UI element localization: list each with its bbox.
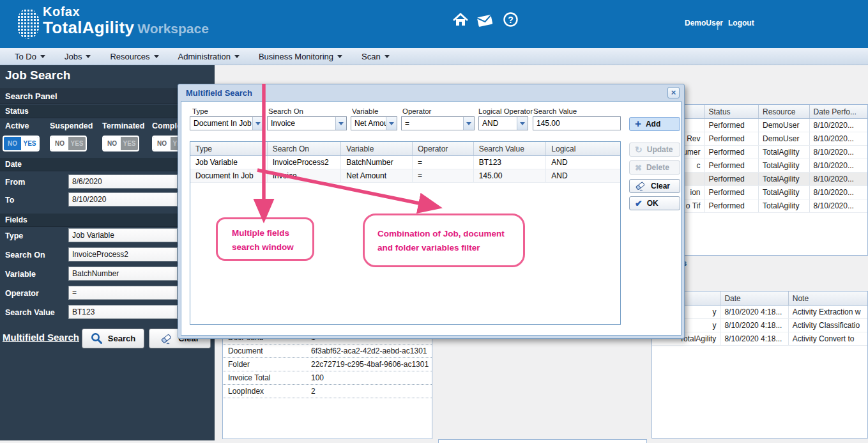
toggle-active[interactable]: NO YES xyxy=(3,136,40,152)
plus-icon: + xyxy=(635,120,641,128)
header-divider: | xyxy=(717,21,719,30)
mail-icon[interactable] xyxy=(475,13,494,28)
operator-select[interactable]: = xyxy=(401,116,475,130)
chevron-down-icon xyxy=(86,55,91,58)
chevron-down-icon[interactable] xyxy=(517,117,528,130)
chevron-down-icon xyxy=(40,55,45,58)
kofax-logo-icon xyxy=(17,8,40,39)
app-window: Kofax TotalAgilityWorkspace ? DemoUser |… xyxy=(0,0,868,443)
toggle-terminated[interactable]: NO YES xyxy=(102,136,139,152)
chevron-down-icon xyxy=(337,55,342,58)
search-value-input[interactable]: BT123 xyxy=(68,305,178,319)
table-row[interactable]: Document In Job Invoice Net Amount = 145… xyxy=(190,169,620,183)
search-value-label: Search Value xyxy=(533,107,577,115)
table-row-selected[interactable]: Performed TotalAgility 8/10/2020... xyxy=(653,173,867,186)
menu-item-todo[interactable]: To Do xyxy=(5,48,55,65)
annotation-callout-combination: Combination of Job, document and folder … xyxy=(363,214,525,267)
status-label-terminated: Terminated xyxy=(102,121,144,130)
type-label: Type xyxy=(5,231,23,240)
table-row[interactable]: LoopIndex 2 xyxy=(223,385,432,398)
to-label: To xyxy=(5,196,14,205)
table-row[interactable]: Invoice Total 100 xyxy=(223,371,432,385)
to-date-input[interactable]: 8/10/2020 xyxy=(68,192,178,206)
chevron-down-icon[interactable] xyxy=(252,117,263,130)
app-header: Kofax TotalAgilityWorkspace ? DemoUser |… xyxy=(0,0,868,48)
home-icon[interactable] xyxy=(452,12,469,28)
brand-totalagility: TotalAgility xyxy=(43,18,134,37)
table-row[interactable]: ion Performed TotalAgility 8/10/2020... xyxy=(653,186,867,199)
table-row[interactable]: Performed DemoUser 8/10/2020... xyxy=(653,119,867,132)
logical-operator-label: Logical Operator xyxy=(478,107,533,115)
chevron-down-icon[interactable] xyxy=(335,117,346,130)
menu-item-jobs[interactable]: Jobs xyxy=(55,48,100,65)
operator-label: Operator xyxy=(402,107,431,115)
table-row[interactable]: Job Variable InvoiceProcess2 BatchNumber… xyxy=(190,156,620,169)
operator-label: Operator xyxy=(5,289,39,298)
variable-select[interactable]: Net Amou xyxy=(351,116,397,130)
search-value-label: Search Value xyxy=(5,308,55,317)
menu-item-administration[interactable]: Administration xyxy=(169,48,249,65)
chevron-down-icon xyxy=(234,55,240,58)
close-icon[interactable]: × xyxy=(667,87,680,98)
annotation-callout-multifield: Multiple fields search window xyxy=(216,217,314,261)
search-button[interactable]: Search xyxy=(82,329,144,348)
chevron-down-icon[interactable] xyxy=(463,117,474,130)
delete-icon: ✖ xyxy=(635,163,642,173)
table-row[interactable]: Folder 22c72719-c295-4baf-9606-ac1301 xyxy=(223,358,432,371)
operator-input[interactable]: = xyxy=(68,286,178,300)
menu-item-scan[interactable]: Scan xyxy=(352,48,399,65)
table-row[interactable]: c Performed TotalAgility 8/10/2020... xyxy=(653,159,867,173)
refresh-icon: ↻ xyxy=(635,144,643,155)
clear-button[interactable]: Clear xyxy=(629,179,680,193)
eraser-icon xyxy=(635,180,646,192)
toggle-suspended[interactable]: NO YES xyxy=(50,136,87,152)
job-variables-table: DocFound 1 Document 6f3abf62-aca2-42d2-a… xyxy=(222,330,432,439)
eraser-icon xyxy=(160,332,173,345)
add-button[interactable]: + Add xyxy=(629,117,680,131)
table-row[interactable]: Document 6f3abf62-aca2-42d2-aebd-ac1301 xyxy=(223,345,432,358)
type-input[interactable]: Job Variable xyxy=(68,228,178,242)
chevron-down-icon[interactable] xyxy=(386,117,397,130)
delete-button[interactable]: ✖ Delete xyxy=(629,160,680,175)
brand-kofax: Kofax xyxy=(43,4,80,19)
search-on-label: Search On xyxy=(5,251,45,260)
help-icon[interactable]: ? xyxy=(503,12,519,27)
chevron-down-icon xyxy=(385,55,390,58)
check-icon: ✔ xyxy=(635,198,643,208)
variable-label: Variable xyxy=(5,270,36,279)
table-header-row: Type Search On Variable Operator Search … xyxy=(190,142,620,156)
variable-label: Variable xyxy=(352,107,378,115)
table-row[interactable]: umer Performed TotalAgility 8/10/2020... xyxy=(653,146,867,159)
search-value-input[interactable]: 145.00 xyxy=(533,116,621,130)
ok-button[interactable]: ✔ OK xyxy=(629,196,680,210)
chevron-down-icon xyxy=(154,55,159,58)
page-title: Job Search xyxy=(5,68,70,82)
search-on-input[interactable]: InvoiceProcess2 xyxy=(68,247,178,261)
logout-link[interactable]: Logout xyxy=(728,19,754,27)
document-variables-table: PurchaseOrderNumber PO000 SplitParameter… xyxy=(438,439,647,443)
search-on-label: Search On xyxy=(268,107,303,115)
table-header-row: Status Resource Date Perfo... xyxy=(653,105,867,119)
type-label: Type xyxy=(192,107,208,115)
brand-product: TotalAgilityWorkspace xyxy=(43,18,209,38)
dialog-title: Multifield Search xyxy=(186,88,252,98)
svg-text:?: ? xyxy=(508,15,514,25)
menu-item-resources[interactable]: Resources xyxy=(100,48,168,65)
brand-workspace: Workspace xyxy=(137,21,209,36)
type-select[interactable]: Document In Job xyxy=(190,116,264,130)
variable-input[interactable]: BatchNumber xyxy=(68,267,178,281)
table-row[interactable]: PurchaseOrderNumber PO000 xyxy=(439,440,646,443)
from-date-input[interactable]: 8/6/2020 xyxy=(68,175,178,189)
update-button[interactable]: ↻ Update xyxy=(629,143,680,157)
table-row[interactable]: o Tif Performed TotalAgility 8/10/2020..… xyxy=(653,199,867,213)
menu-item-business-monitoring[interactable]: Business Monitoring xyxy=(249,48,352,65)
main-menu: To Do Jobs Resources Administration Busi… xyxy=(0,48,868,65)
multifield-search-dialog: Multifield Search × Type Search On Varia… xyxy=(178,84,685,339)
logical-operator-select[interactable]: AND xyxy=(478,116,528,130)
search-on-select[interactable]: Invoice xyxy=(267,116,347,130)
table-row[interactable]: t Rev Performed DemoUser 8/10/2020... xyxy=(653,132,867,146)
search-icon xyxy=(91,332,103,345)
status-label-suspended: Suspended xyxy=(50,121,93,130)
multifield-search-link[interactable]: Multifield Search xyxy=(3,332,79,343)
from-label: From xyxy=(5,178,25,187)
